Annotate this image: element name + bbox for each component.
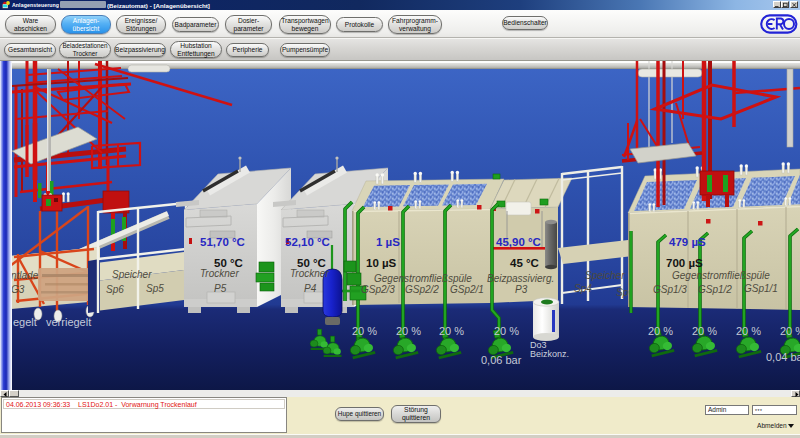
svg-text:Sp6: Sp6	[106, 284, 124, 295]
svg-text:0,06 bar: 0,06 bar	[481, 354, 522, 366]
svg-text:Trockner: Trockner	[290, 268, 329, 279]
svg-text:G3: G3	[11, 284, 25, 295]
svg-text:GSp2/2: GSp2/2	[405, 284, 439, 295]
svg-text:verriegelt: verriegelt	[46, 316, 91, 328]
svg-text:GSp1/2: GSp1/2	[698, 284, 732, 295]
svg-text:Sp: Sp	[616, 287, 629, 298]
svg-text:Speicher: Speicher	[585, 270, 625, 281]
svg-text:Beizkonz.: Beizkonz.	[530, 349, 569, 359]
svg-text:20 %: 20 %	[648, 325, 673, 337]
svg-text:52,10 °C: 52,10 °C	[285, 236, 330, 248]
svg-text:0,04 bar: 0,04 bar	[766, 351, 800, 363]
svg-text:GSp2/1: GSp2/1	[450, 284, 484, 295]
svg-text:10 µS: 10 µS	[366, 257, 397, 269]
svg-text:51,70 °C: 51,70 °C	[200, 236, 245, 248]
svg-text:1 µS: 1 µS	[376, 236, 400, 248]
svg-text:20 %: 20 %	[692, 325, 717, 337]
svg-text:50 °C: 50 °C	[214, 257, 243, 269]
svg-text:Gegenstromfließspüle: Gegenstromfließspüle	[374, 273, 472, 284]
svg-text:45 °C: 45 °C	[510, 257, 539, 269]
svg-text:P4: P4	[304, 283, 317, 294]
svg-text:20 %: 20 %	[494, 325, 519, 337]
svg-text:20 %: 20 %	[396, 325, 421, 337]
svg-text:P3: P3	[515, 284, 528, 295]
svg-text:Sp5: Sp5	[146, 283, 164, 294]
svg-text:20 %: 20 %	[780, 325, 800, 337]
svg-text:50 °C: 50 °C	[297, 257, 326, 269]
svg-text:Gegenstromfließspüle: Gegenstromfließspüle	[672, 270, 770, 281]
svg-text:20 %: 20 %	[736, 325, 761, 337]
svg-text:GSp1/1: GSp1/1	[744, 283, 778, 294]
svg-text:GSp1/3: GSp1/3	[653, 284, 687, 295]
svg-text:700 µS: 700 µS	[666, 257, 703, 269]
svg-text:GSp2/3: GSp2/3	[361, 284, 395, 295]
svg-text:Beizpassivierg.: Beizpassivierg.	[487, 273, 554, 284]
svg-text:Trockner: Trockner	[200, 268, 239, 279]
svg-text:ntlade: ntlade	[11, 270, 39, 281]
svg-text:egelt: egelt	[13, 316, 37, 328]
svg-text:20 %: 20 %	[352, 325, 377, 337]
svg-text:Sp4: Sp4	[574, 283, 592, 294]
svg-text:45,90 °C: 45,90 °C	[496, 236, 541, 248]
svg-text:Speicher: Speicher	[112, 269, 152, 280]
svg-text:P5: P5	[214, 283, 227, 294]
svg-text:20 %: 20 %	[439, 325, 464, 337]
svg-text:479 µS: 479 µS	[669, 236, 706, 248]
